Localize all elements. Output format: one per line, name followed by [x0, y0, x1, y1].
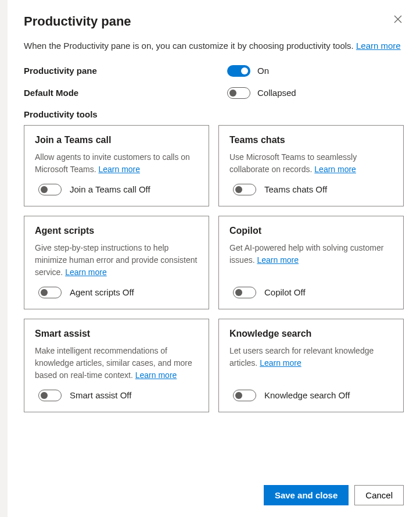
tool-title: Copilot [229, 226, 393, 236]
tool-learn-more-link[interactable]: Learn more [98, 165, 140, 174]
tool-desc-text: Give step-by-step instructions to help m… [35, 243, 197, 277]
toggle-knob-icon [41, 186, 48, 193]
tool-card-agent-scripts: Agent scripts Give step-by-step instruct… [24, 216, 209, 309]
copilot-toggle[interactable] [233, 287, 256, 298]
tool-learn-more-link[interactable]: Learn more [257, 255, 299, 265]
tool-description: Allow agents to invite customers to call… [35, 151, 198, 176]
tool-toggle-label: Smart assist Off [70, 390, 131, 400]
tool-title: Join a Teams call [35, 135, 198, 145]
pane-toggle[interactable] [227, 65, 250, 77]
toggle-knob-icon [235, 186, 242, 193]
tool-toggle-row: Join a Teams call Off [35, 184, 198, 195]
join-teams-call-toggle[interactable] [38, 184, 62, 195]
pane-toggle-row: Productivity pane On [24, 65, 404, 77]
tools-heading: Productivity tools [24, 109, 404, 119]
tool-desc-text: Get AI-powered help with solving custome… [229, 243, 383, 265]
tool-toggle-row: Agent scripts Off [35, 287, 198, 298]
tool-toggle-row: Knowledge search Off [229, 390, 393, 401]
tool-title: Teams chats [229, 135, 393, 145]
knowledge-search-toggle[interactable] [233, 390, 256, 401]
tool-learn-more-link[interactable]: Learn more [65, 268, 107, 277]
pane-toggle-state: On [257, 66, 269, 76]
dialog-header: Productivity pane [24, 14, 404, 29]
mode-toggle-state: Collapsed [257, 88, 296, 98]
teams-chats-toggle[interactable] [233, 184, 256, 195]
tool-learn-more-link[interactable]: Learn more [260, 358, 301, 368]
tool-toggle-label: Teams chats Off [264, 184, 327, 194]
tools-grid: Join a Teams call Allow agents to invite… [24, 125, 404, 412]
tool-toggle-row: Teams chats Off [229, 184, 393, 195]
tool-toggle-label: Agent scripts Off [70, 287, 134, 297]
tool-learn-more-link[interactable]: Learn more [314, 165, 356, 174]
tool-title: Knowledge search [229, 329, 393, 339]
toggle-knob-icon [235, 392, 242, 399]
cancel-button[interactable]: Cancel [354, 485, 404, 505]
tool-card-copilot: Copilot Get AI-powered help with solving… [218, 216, 404, 309]
mode-label: Default Mode [24, 88, 227, 98]
toggle-knob-icon [235, 289, 242, 296]
toggle-knob-icon [229, 90, 236, 97]
dialog-title: Productivity pane [24, 14, 131, 29]
tool-description: Give step-by-step instructions to help m… [35, 242, 198, 279]
dialog-footer: Save and close Cancel [24, 473, 404, 505]
tool-toggle-row: Copilot Off [229, 287, 393, 298]
intro-learn-more-link[interactable]: Learn more [356, 41, 401, 51]
close-button[interactable] [392, 14, 404, 26]
tool-toggle-row: Smart assist Off [35, 390, 198, 401]
tool-toggle-label: Knowledge search Off [264, 390, 350, 400]
tool-title: Agent scripts [35, 226, 198, 236]
tool-description: Get AI-powered help with solving custome… [229, 242, 393, 266]
toggle-knob-icon [241, 67, 248, 74]
tool-toggle-label: Copilot Off [264, 287, 306, 297]
tool-toggle-label: Join a Teams call Off [70, 184, 150, 194]
tool-card-teams-chats: Teams chats Use Microsoft Teams to seaml… [218, 125, 404, 206]
tool-description: Make intelligent recommendations of know… [35, 345, 198, 381]
toggle-knob-icon [41, 289, 48, 296]
tool-card-join-teams-call: Join a Teams call Allow agents to invite… [24, 125, 209, 206]
close-icon [393, 15, 403, 26]
tool-title: Smart assist [35, 329, 198, 339]
tool-description: Use Microsoft Teams to seamlessly collab… [229, 151, 393, 176]
intro-body: When the Productivity pane is on, you ca… [24, 41, 356, 51]
intro-text: When the Productivity pane is on, you ca… [24, 40, 404, 52]
productivity-pane-dialog: Productivity pane When the Productivity … [8, 0, 420, 517]
agent-scripts-toggle[interactable] [38, 287, 62, 298]
toggle-knob-icon [41, 392, 48, 399]
tool-desc-text: Let users search for relevant knowledge … [229, 346, 374, 368]
tool-card-smart-assist: Smart assist Make intelligent recommenda… [24, 319, 209, 412]
save-and-close-button[interactable]: Save and close [264, 485, 349, 505]
pane-label: Productivity pane [24, 66, 227, 76]
tool-description: Let users search for relevant knowledge … [229, 345, 393, 369]
tool-learn-more-link[interactable]: Learn more [135, 370, 177, 380]
tool-card-knowledge-search: Knowledge search Let users search for re… [218, 319, 404, 412]
smart-assist-toggle[interactable] [38, 390, 62, 401]
mode-toggle[interactable] [227, 87, 250, 99]
mode-toggle-row: Default Mode Collapsed [24, 87, 404, 99]
